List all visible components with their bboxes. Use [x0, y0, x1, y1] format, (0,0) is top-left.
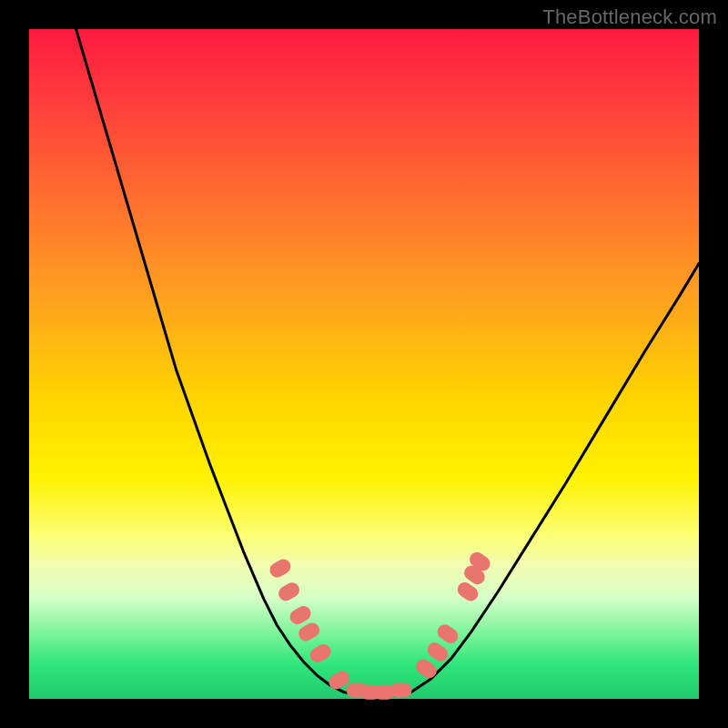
curve-marker [268, 557, 294, 581]
curve-marker [389, 682, 411, 697]
watermark-text: TheBottleneck.com [542, 5, 717, 29]
chart-svg [29, 29, 699, 699]
chart-frame: TheBottleneck.com [0, 0, 728, 728]
plot-area [29, 29, 699, 699]
curve-marker [276, 580, 302, 603]
bottleneck-curve [76, 29, 699, 695]
curve-marker [308, 642, 334, 665]
curve-marker [425, 640, 451, 664]
curve-layer [76, 29, 699, 695]
curve-marker [413, 656, 440, 681]
marker-layer [268, 550, 493, 700]
curve-marker [435, 622, 461, 646]
